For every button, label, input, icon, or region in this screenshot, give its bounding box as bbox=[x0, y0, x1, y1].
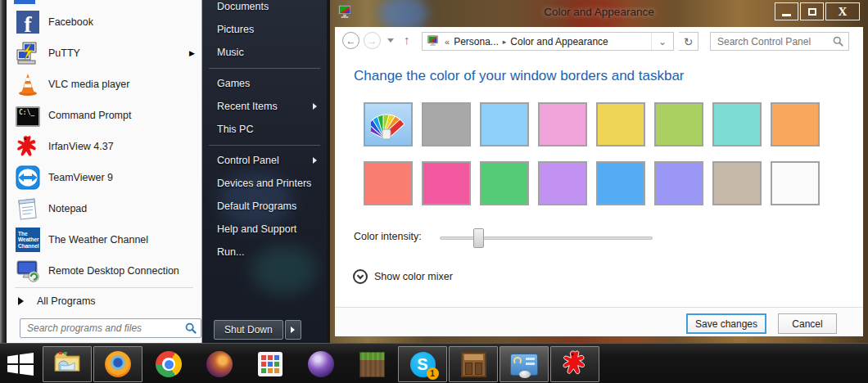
file-explorer-icon bbox=[53, 350, 81, 378]
all-programs-item[interactable]: All Programs bbox=[7, 289, 201, 313]
taskbar-pale-moon[interactable] bbox=[195, 346, 244, 382]
start-menu-item-irfanview-4-37[interactable]: IrfanView 4.37 bbox=[7, 131, 201, 162]
start-search-box[interactable] bbox=[20, 318, 201, 338]
cancel-button[interactable]: Cancel bbox=[778, 313, 837, 334]
breadcrumb-parent[interactable]: Persona... bbox=[454, 36, 499, 47]
address-dropdown-icon[interactable]: ⌄ bbox=[651, 33, 673, 50]
color-swatch-#f2a4da[interactable] bbox=[538, 102, 587, 146]
start-button[interactable] bbox=[5, 352, 36, 376]
back-button[interactable]: ← bbox=[342, 32, 359, 49]
start-menu-item-command-prompt[interactable]: C:\_Command Prompt bbox=[7, 100, 201, 131]
color-swatch-#55cb77[interactable] bbox=[480, 161, 529, 205]
color-swatch-#fa7d72[interactable] bbox=[364, 161, 413, 205]
refresh-icon: ↻ bbox=[684, 35, 694, 48]
slider-track[interactable] bbox=[440, 237, 653, 240]
start-menu-place-music[interactable]: Music bbox=[202, 41, 327, 64]
taskbar-display-settings[interactable] bbox=[500, 346, 549, 382]
taskbar-irfanview[interactable] bbox=[550, 346, 599, 382]
taskbar-crafting-table[interactable] bbox=[449, 346, 498, 382]
start-menu-places-panel: DocumentsPicturesMusicGamesRecent ItemsT… bbox=[202, 0, 327, 343]
start-menu-places-list: DocumentsPicturesMusicGamesRecent ItemsT… bbox=[202, 0, 327, 264]
item-label: Command Prompt bbox=[48, 110, 131, 121]
start-menu-item-the-weather-channel[interactable]: TheWeatherChannelThe Weather Channel bbox=[7, 224, 201, 255]
taskbar-eclipse[interactable] bbox=[296, 346, 346, 382]
breadcrumb[interactable]: « Persona... ▸ Color and Appearance ⌄ bbox=[422, 32, 674, 51]
taskbar-firefox[interactable] bbox=[93, 346, 142, 382]
minecraft-icon bbox=[359, 352, 385, 377]
start-menu-item-notepad[interactable]: Notepad bbox=[7, 193, 201, 224]
taskbar-skype[interactable]: S1 bbox=[398, 346, 447, 382]
item-label: Control Panel bbox=[217, 155, 279, 166]
start-menu-place-devices-and-printers[interactable]: Devices and Printers bbox=[202, 172, 327, 195]
search-icon[interactable] bbox=[832, 35, 844, 47]
color-swatch-#f0d455[interactable] bbox=[596, 102, 645, 146]
start-menu-item-vlc-media-player[interactable]: VLC media player bbox=[7, 69, 201, 100]
submenu-arrow-icon bbox=[313, 157, 317, 164]
start-menu-place-pictures[interactable]: Pictures bbox=[202, 18, 327, 41]
taskbar-app-grid[interactable] bbox=[246, 346, 295, 382]
control-panel-search-box[interactable] bbox=[710, 32, 849, 51]
color-swatch-#9b97f6[interactable] bbox=[654, 161, 703, 205]
start-menu-place-run-[interactable]: Run... bbox=[202, 241, 327, 264]
item-label: TeamViewer 9 bbox=[48, 172, 113, 183]
shut-down-options-button[interactable] bbox=[285, 320, 301, 340]
start-menu-place-help-and-support[interactable]: Help and Support bbox=[202, 218, 327, 241]
divider bbox=[15, 287, 193, 288]
color-swatch-#a8a8a8[interactable] bbox=[422, 102, 471, 146]
start-menu-programs-panel: fFacebookPuTTY▶VLC media playerC:\_Comma… bbox=[7, 0, 202, 343]
color-swatch-#54acf4[interactable] bbox=[596, 161, 645, 205]
minimize-button[interactable] bbox=[775, 2, 798, 20]
color-swatch-#8ed0f8[interactable] bbox=[480, 102, 529, 146]
forward-button[interactable]: → bbox=[364, 32, 381, 49]
item-label: Notepad bbox=[48, 203, 87, 214]
color-swatch-#aad061[interactable] bbox=[654, 102, 703, 146]
item-label: Facebook bbox=[48, 16, 93, 28]
breadcrumb-separator-icon[interactable]: ▸ bbox=[503, 38, 507, 46]
taskbar-minecraft[interactable] bbox=[347, 346, 396, 382]
refresh-button[interactable]: ↻ bbox=[679, 32, 698, 51]
recent-pages-dropdown[interactable] bbox=[387, 38, 394, 43]
command-prompt-icon: C:\_ bbox=[15, 102, 41, 128]
color-swatch-automatic[interactable] bbox=[364, 102, 413, 146]
maximize-button[interactable] bbox=[800, 2, 824, 20]
color-swatch-#f2599f[interactable] bbox=[422, 161, 471, 205]
breadcrumb-overflow[interactable]: « bbox=[445, 37, 450, 47]
firefox-icon bbox=[105, 351, 131, 377]
teamviewer-icon bbox=[15, 164, 41, 191]
taskbar-chrome[interactable] bbox=[144, 346, 193, 382]
taskbar-file-explorer[interactable] bbox=[43, 346, 92, 382]
color-swatch-#f9a75d[interactable] bbox=[771, 102, 820, 146]
up-button[interactable]: ↑ bbox=[404, 33, 410, 47]
breadcrumb-current[interactable]: Color and Appearance bbox=[510, 36, 608, 47]
window-titlebar[interactable]: Color and Appearance X bbox=[330, 0, 868, 27]
color-swatch-#fbfafa[interactable] bbox=[771, 161, 820, 205]
shut-down-button[interactable]: Shut Down bbox=[214, 320, 283, 340]
show-color-mixer[interactable]: Show color mixer bbox=[353, 269, 453, 284]
color-swatch-#c7b9a9[interactable] bbox=[712, 161, 762, 205]
weather-channel-icon: TheWeatherChannel bbox=[15, 227, 41, 253]
color-intensity-handle[interactable] bbox=[473, 228, 484, 248]
start-menu-item-facebook[interactable]: fFacebook bbox=[7, 7, 201, 38]
start-menu-place-default-programs[interactable]: Default Programs bbox=[202, 195, 327, 218]
start-menu-place-games[interactable]: Games bbox=[202, 72, 327, 95]
color-and-appearance-window: Color and Appearance X ← → ↑ « Persona..… bbox=[330, 0, 868, 343]
putty-icon bbox=[15, 40, 41, 66]
start-menu-item-remote-desktop-connection[interactable]: Remote Desktop Connection bbox=[7, 255, 201, 286]
start-menu-item-putty[interactable]: PuTTY▶ bbox=[7, 38, 201, 69]
control-panel-search-input[interactable] bbox=[717, 36, 832, 47]
color-swatch-#7cdcd4[interactable] bbox=[712, 102, 762, 146]
save-changes-button[interactable]: Save changes bbox=[686, 313, 766, 334]
color-intensity-slider[interactable] bbox=[440, 228, 653, 249]
search-icon[interactable] bbox=[184, 322, 197, 335]
chevron-down-icon[interactable] bbox=[353, 269, 368, 284]
start-menu-place-control-panel[interactable]: Control Panel bbox=[202, 149, 327, 172]
start-menu-item-teamviewer-9[interactable]: TeamViewer 9 bbox=[7, 162, 201, 193]
close-button[interactable]: X bbox=[825, 2, 860, 20]
color-swatch-#c292f3[interactable] bbox=[538, 161, 587, 205]
start-menu-place-this-pc[interactable]: This PC bbox=[202, 118, 327, 141]
notification-badge: 1 bbox=[427, 367, 439, 380]
start-search-input[interactable] bbox=[27, 322, 184, 334]
start-menu-place-documents[interactable]: Documents bbox=[202, 0, 327, 18]
start-menu-place-recent-items[interactable]: Recent Items bbox=[202, 95, 327, 118]
minimize-icon bbox=[782, 14, 791, 16]
